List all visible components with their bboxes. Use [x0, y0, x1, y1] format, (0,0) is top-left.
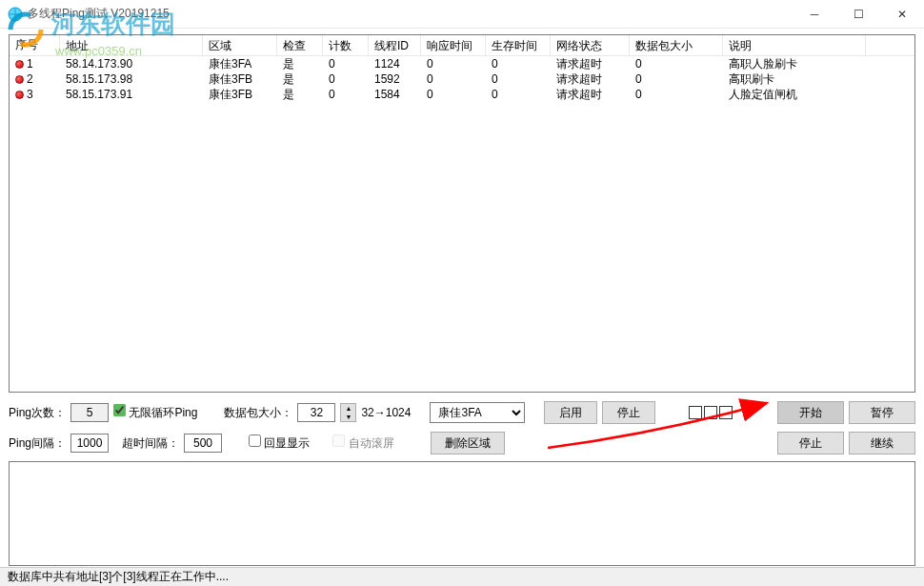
ping-count-input[interactable] [70, 403, 109, 422]
pkt-size-label: 数据包大小： [224, 405, 292, 421]
stop-area-button[interactable]: 停止 [602, 401, 655, 424]
echo-check[interactable]: 回显显示 [249, 434, 310, 452]
titlebar: 多线程Ping测试 V20191215 ─ ☐ ✕ [0, 0, 924, 29]
pause-button[interactable]: 暂停 [849, 401, 915, 424]
table-header: 序号 地址 区域 检查 计数 线程ID 响应时间 生存时间 网络状态 数据包大小… [10, 35, 914, 56]
log-textarea[interactable] [9, 461, 915, 566]
maximize-button[interactable]: ☐ [836, 0, 880, 29]
pkt-range-label: 32→1024 [361, 406, 411, 419]
col-threadid[interactable]: 线程ID [369, 35, 421, 55]
col-netstatus[interactable]: 网络状态 [551, 35, 630, 55]
col-packetsize[interactable]: 数据包大小 [630, 35, 723, 55]
spin-down-icon[interactable]: ▼ [341, 413, 355, 421]
ping-count-label: Ping次数： [9, 405, 66, 421]
ping-interval-input[interactable] [70, 434, 109, 453]
app-icon [8, 7, 23, 22]
controls-row-2: Ping间隔： 超时间隔： 回显显示 自动滚屏 删除区域 停止 继续 [9, 431, 915, 455]
table-row[interactable]: 258.15.173.98康佳3FB是0159200请求超时0高职刷卡 [10, 71, 914, 87]
col-response[interactable]: 响应时间 [421, 35, 486, 55]
autoscroll-check[interactable]: 自动滚屏 [332, 434, 393, 452]
status-dot-icon [15, 75, 24, 84]
col-ttl[interactable]: 生存时间 [486, 35, 551, 55]
ping-interval-label: Ping间隔： [9, 435, 66, 452]
delete-area-button[interactable]: 删除区域 [431, 432, 505, 455]
stop-button[interactable]: 停止 [777, 432, 844, 455]
three-checkboxes[interactable] [689, 406, 733, 419]
pkt-size-input[interactable] [297, 403, 335, 422]
window-title: 多线程Ping测试 V20191215 [28, 6, 170, 22]
timeout-label: 超时间隔： [122, 435, 179, 452]
ping-table: 序号 地址 区域 检查 计数 线程ID 响应时间 生存时间 网络状态 数据包大小… [9, 34, 915, 393]
area-select[interactable]: 康佳3FA [430, 402, 525, 423]
enable-button[interactable]: 启用 [544, 401, 597, 424]
col-check[interactable]: 检查 [277, 35, 323, 55]
status-mid: [3]线程正在工作中.... [123, 569, 229, 585]
status-dot-icon [15, 91, 24, 99]
statusbar: 数据库中共有地址[3]个 [3]线程正在工作中.... [0, 567, 924, 586]
minimize-button[interactable]: ─ [793, 0, 836, 29]
start-button[interactable]: 开始 [777, 401, 844, 424]
col-description[interactable]: 说明 [723, 35, 866, 55]
pkt-size-spinner[interactable]: ▲▼ [340, 403, 356, 422]
col-index[interactable]: 序号 [10, 35, 60, 55]
col-count[interactable]: 计数 [323, 35, 369, 55]
status-left: 数据库中共有地址[3]个 [8, 569, 123, 585]
status-dot-icon [15, 60, 24, 69]
spin-up-icon[interactable]: ▲ [341, 404, 355, 413]
col-area[interactable]: 区域 [203, 35, 277, 55]
window-controls: ─ ☐ ✕ [793, 0, 924, 29]
continue-button[interactable]: 继续 [849, 432, 915, 455]
table-row[interactable]: 358.15.173.91康佳3FB是0158400请求超时0人脸定值闸机 [10, 87, 914, 102]
close-button[interactable]: ✕ [880, 0, 924, 29]
table-body: 158.14.173.90康佳3FA是0112400请求超时0高职人脸刷卡258… [10, 56, 914, 102]
table-row[interactable]: 158.14.173.90康佳3FA是0112400请求超时0高职人脸刷卡 [10, 56, 914, 71]
timeout-input[interactable] [184, 434, 222, 453]
col-address[interactable]: 地址 [60, 35, 203, 55]
controls-row-1: Ping次数： 无限循环Ping 数据包大小： ▲▼ 32→1024 康佳3FA… [9, 400, 915, 425]
infinite-loop-check[interactable]: 无限循环Ping [113, 404, 197, 421]
